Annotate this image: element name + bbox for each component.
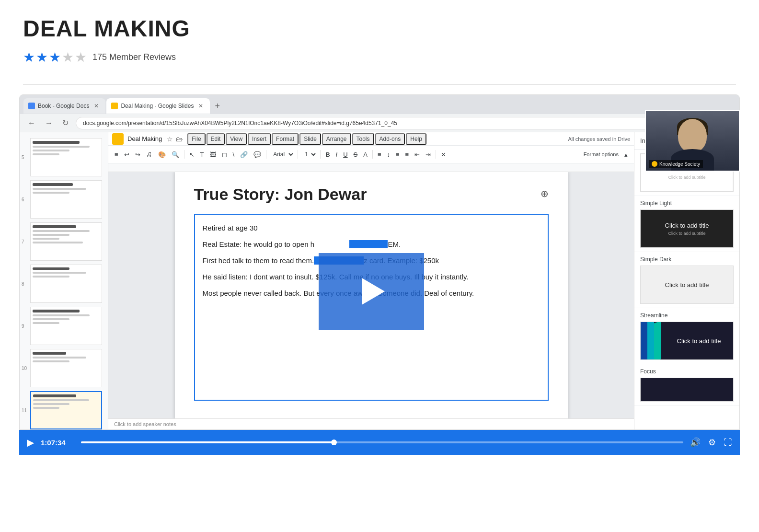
slide-thumbnail-sidebar: 5 6 7 8 xyxy=(20,132,108,429)
theme-focus[interactable]: Focus xyxy=(634,364,739,406)
theme-simple-light-label: Simple Light xyxy=(640,200,734,207)
settings-drag-icon[interactable]: ⊕ xyxy=(540,188,549,199)
slide-thumb-10[interactable] xyxy=(30,349,102,387)
toolbar-paintformat[interactable]: 🎨 xyxy=(156,150,168,160)
volume-icon[interactable]: 🔊 xyxy=(690,437,701,448)
theme-preview-streamline: Click to add title xyxy=(640,322,734,360)
themes-panel: In this presentation ▾ ✓ ✓ Click to add … xyxy=(634,132,739,429)
menu-insert[interactable]: Insert xyxy=(248,133,271,145)
theme-simple-dark[interactable]: Simple Dark Click to add title xyxy=(634,252,739,308)
toolbar-menu-icon[interactable]: ≡ xyxy=(112,150,121,160)
time-display: 1:07:34 xyxy=(41,439,74,447)
menu-view[interactable]: View xyxy=(226,133,247,145)
video-play-overlay[interactable] xyxy=(319,253,424,330)
toolbar-underline[interactable]: U xyxy=(341,150,350,160)
toolbar-line-spacing[interactable]: ↕ xyxy=(385,150,393,160)
theme-streamline-title: Click to add title xyxy=(677,337,721,345)
toolbar-link[interactable]: 🔗 xyxy=(238,150,250,160)
slides-canvas-area: True Story: Jon Dewar ⊕ Retired at age 3… xyxy=(108,172,634,418)
toolbar-strikethrough[interactable]: S xyxy=(351,150,360,160)
toolbar-align-left[interactable]: ≡ xyxy=(375,150,384,160)
back-button[interactable]: ← xyxy=(25,118,38,128)
toolbar-redo[interactable]: ↪ xyxy=(133,150,143,160)
review-count: 175 Member Reviews xyxy=(92,52,176,62)
toolbar-collapse[interactable]: ▴ xyxy=(622,150,630,160)
menu-tools[interactable]: Tools xyxy=(352,133,374,145)
slide-thumb-8[interactable] xyxy=(30,265,102,303)
menu-help[interactable]: Help xyxy=(406,133,426,145)
toolbar-italic[interactable]: I xyxy=(334,150,340,160)
slide-title: True Story: Jon Dewar xyxy=(194,185,367,204)
toolbar-sep-5 xyxy=(372,150,373,159)
toolbar-numbered-list[interactable]: ≡ xyxy=(403,150,412,160)
menu-file[interactable]: File xyxy=(187,133,205,145)
tab-slides-close-icon[interactable]: ✕ xyxy=(198,103,203,109)
toolbar-cursor[interactable]: ↖ xyxy=(187,150,197,160)
favorite-icon[interactable]: ☆ xyxy=(167,135,173,143)
theme-simple-light-title: Click to add title xyxy=(665,222,709,229)
toolbar-shapes[interactable]: ◻ xyxy=(219,150,230,160)
toolbar-format-options[interactable]: Format options xyxy=(581,150,621,159)
theme-focus-label: Focus xyxy=(640,368,734,375)
slide-content-box[interactable]: Retired at age 30 Real Estate: he would … xyxy=(194,214,549,401)
fullscreen-icon[interactable]: ⛶ xyxy=(724,438,732,448)
menu-bar-row: Deal Making ☆ 🗁 File Edit View Insert Fo… xyxy=(108,132,634,146)
toolbar-bold[interactable]: B xyxy=(323,150,332,160)
slide-thumb-11[interactable] xyxy=(30,391,102,429)
toolbar-image[interactable]: 🖼 xyxy=(207,150,218,160)
slides-menubar: Deal Making ☆ 🗁 File Edit View Insert Fo… xyxy=(108,132,634,163)
toolbar-comment[interactable]: 💬 xyxy=(251,150,264,160)
font-size-select[interactable]: 18 xyxy=(300,149,318,160)
toolbar-indent-more[interactable]: ⇥ xyxy=(423,150,433,160)
menu-format[interactable]: Format xyxy=(272,133,299,145)
tab-docs-close-icon[interactable]: ✕ xyxy=(94,103,99,109)
toolbar-print[interactable]: 🖨 xyxy=(144,150,155,160)
theme-simple-dark-title: Click to add title xyxy=(665,281,709,289)
theme-simple-light[interactable]: Simple Light Click to add title Click to… xyxy=(634,196,739,252)
slide-thumb-6[interactable] xyxy=(30,180,102,219)
toolbar-text[interactable]: T xyxy=(198,150,207,160)
slide-thumb-container-6: 6 xyxy=(20,178,108,220)
toolbar-indent-less[interactable]: ⇤ xyxy=(412,150,422,160)
slide-thumb-9[interactable] xyxy=(30,307,102,345)
slides-app: 5 6 7 8 xyxy=(20,132,739,429)
tab-google-docs[interactable]: Book - Google Docs ✕ xyxy=(23,98,105,114)
slide-thumb-5[interactable] xyxy=(30,138,102,176)
new-tab-button[interactable]: + xyxy=(211,101,224,111)
font-select[interactable]: Arial xyxy=(269,149,295,160)
page-header: DEAL MAKING ★ ★ ★ ★ ★ 175 Member Reviews xyxy=(0,0,759,75)
progress-bar[interactable] xyxy=(81,441,683,443)
tab-slides-label: Deal Making - Google Slides xyxy=(121,103,194,109)
theme-preview-simple-dark: Click to add title xyxy=(640,266,734,304)
menu-addons[interactable]: Add-ons xyxy=(375,133,405,145)
toolbar-sep-4 xyxy=(320,150,321,159)
folder-icon[interactable]: 🗁 xyxy=(176,135,183,143)
speaker-notes-placeholder: Click to add speaker notes xyxy=(114,421,176,427)
slide-thumb-container-7: 7 xyxy=(20,220,108,263)
settings-control-icon[interactable]: ⚙ xyxy=(708,437,716,448)
forward-button[interactable]: → xyxy=(43,118,55,128)
rating-row: ★ ★ ★ ★ ★ 175 Member Reviews xyxy=(23,49,736,65)
menu-edit[interactable]: Edit xyxy=(207,133,225,145)
menu-arrange[interactable]: Arrange xyxy=(322,133,351,145)
toolbar-undo[interactable]: ↩ xyxy=(122,150,132,160)
play-pause-button[interactable]: ▶ xyxy=(27,437,34,448)
theme-streamline[interactable]: Streamline Click to add title xyxy=(634,308,739,364)
video-controls-bar: ▶ 1:07:34 🔊 ⚙ ⛶ xyxy=(19,430,740,455)
toolbar-bullet-list[interactable]: ≡ xyxy=(393,150,402,160)
slide-thumb-container-10: 10 xyxy=(20,347,108,389)
reload-button[interactable]: ↻ xyxy=(60,117,71,128)
toolbar-clear[interactable]: ✕ xyxy=(438,150,448,160)
control-icons: 🔊 ⚙ ⛶ xyxy=(690,437,732,448)
slide-thumb-7[interactable] xyxy=(30,222,102,261)
toolbar-zoom[interactable]: 🔍 xyxy=(169,150,182,160)
toolbar-line[interactable]: \ xyxy=(230,150,237,160)
toolbar-sep-3 xyxy=(298,150,298,159)
tab-google-slides[interactable]: Deal Making - Google Slides ✕ xyxy=(106,98,210,114)
url-input[interactable] xyxy=(76,117,734,129)
progress-dot xyxy=(331,439,337,445)
toolbar-fontcolor[interactable]: A xyxy=(361,150,370,160)
menu-slide[interactable]: Slide xyxy=(299,133,321,145)
browser-window: Book - Google Docs ✕ Deal Making - Googl… xyxy=(19,94,740,430)
speaker-notes[interactable]: Click to add speaker notes xyxy=(108,418,634,429)
